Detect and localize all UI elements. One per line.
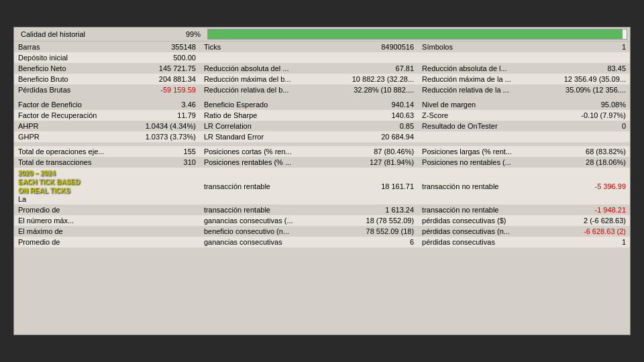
cell-value: 18 161.71: [332, 168, 418, 204]
table-row: AHPR 1.0434 (4.34%) LR Correlation 0.85 …: [14, 121, 630, 131]
cell-label: GHPR: [14, 131, 127, 142]
cell-value: -0.10 (7.97%): [556, 110, 630, 121]
cell-value: 20 684.94: [332, 131, 418, 142]
table-row: Pérdidas Brutas -59 159.59 Reducción rel…: [14, 84, 630, 95]
cell-label: Reducción máxima de la ...: [418, 74, 556, 84]
cell-label: transacción no rentable: [418, 168, 556, 204]
cell-value: -6 628.63 (2): [556, 226, 630, 237]
cell-value: [127, 237, 200, 247]
stats-table: Barras 355148 Ticks 84900516 Símbolos 1 …: [14, 42, 630, 247]
cell-value: 2 (-6 628.63): [556, 215, 630, 226]
cell-value: [127, 226, 200, 237]
cell-label: transacción rentable: [200, 168, 332, 204]
cell-label: Beneficio Neto: [14, 63, 127, 74]
cell-value: 12 356.49 (35.09...: [556, 74, 630, 84]
cell-value: [127, 204, 200, 215]
cell-label: Promedio de: [14, 204, 127, 215]
cell-label: Factor de Beneficio: [14, 99, 127, 110]
cell-label: El número máx...: [14, 215, 127, 226]
cell-label: Beneficio Bruto: [14, 74, 127, 84]
cell-label: LR Standard Error: [200, 131, 332, 142]
cell-label: Beneficio Esperado: [200, 99, 332, 110]
cell-label: LR Correlation: [200, 121, 332, 131]
cell-value: 28 (18.06%): [556, 157, 630, 168]
la-label: La: [18, 195, 26, 203]
table-row: El máximo de beneficio consecutivo (n...…: [14, 226, 630, 237]
cell-label: pérdidas consecutivas (n...: [418, 226, 556, 237]
cell-value: [556, 52, 630, 63]
cell-value: 500.00: [127, 52, 200, 63]
cell-label: pérdidas consecutivas ($): [418, 215, 556, 226]
cell-label: transacción no rentable: [418, 204, 556, 215]
cell-label: Posiciones no rentables (...: [418, 157, 556, 168]
cell-label: Barras: [14, 42, 127, 52]
cell-label: beneficio consecutivo (n...: [200, 226, 332, 237]
table-row: Total de transacciones 310 Posiciones re…: [14, 157, 630, 168]
sharpe-label: Ratio de Sharpe: [200, 110, 332, 121]
cell-value: 1 613.24: [332, 204, 418, 215]
table-row: Factor de Recuperación 11.79 Ratio de Sh…: [14, 110, 630, 121]
cell-label: Depósito inicial: [14, 52, 127, 63]
quality-value: 99%: [131, 30, 205, 38]
cell-value: 155: [127, 146, 200, 157]
sharpe-value: 140.63: [332, 110, 418, 121]
cell-value: -1 948.21: [556, 204, 630, 215]
watermark-stamp: 2020 – 2024 EACH TICK BASED ON REAL TICK…: [18, 169, 123, 195]
table-row: El número máx... ganancias consecutivas …: [14, 215, 630, 226]
quality-progress-fill: [208, 29, 623, 39]
cell-value: 3.46: [127, 99, 200, 110]
cell-value: [127, 168, 200, 204]
cell-value: 11.79: [127, 110, 200, 121]
cell-label: Factor de Recuperación: [14, 110, 127, 121]
cell-label: Posiciones rentables (% ...: [200, 157, 332, 168]
cell-label: Ticks: [200, 42, 332, 52]
cell-value: 310: [127, 157, 200, 168]
cell-value: 6: [332, 237, 418, 247]
cell-label: Símbolos: [418, 42, 556, 52]
cell-value: 204 881.34: [127, 74, 200, 84]
cell-label: ganancias consecutivas: [200, 237, 332, 247]
cell-value: -5 396.99: [556, 168, 630, 204]
cell-value: 0.85: [332, 121, 418, 131]
stamp-cell: 2020 – 2024 EACH TICK BASED ON REAL TICK…: [14, 168, 127, 204]
cell-value: [127, 215, 200, 226]
quality-row: Calidad del historial 99%: [14, 27, 630, 42]
table-row: Total de operaciones eje... 155 Posicion…: [14, 146, 630, 157]
cell-value: 355148: [127, 42, 200, 52]
cell-value: 10 882.23 (32.28...: [332, 74, 418, 84]
report-container: Calidad del historial 99% Barras 355148 …: [13, 27, 631, 335]
cell-label: Promedio de: [14, 237, 127, 247]
cell-value: -59 159.59: [127, 84, 200, 95]
stamp-line3: ON REAL TICKS: [18, 187, 70, 194]
cell-label: Posiciones largas (% rent...: [418, 146, 556, 157]
cell-label: Reducción absoluta de l...: [418, 63, 556, 74]
cell-value: 35.09% (12 356....: [556, 84, 630, 95]
table-row: Beneficio Neto 145 721.75 Reducción abso…: [14, 63, 630, 74]
cell-label: pérdidas consecutivas: [418, 237, 556, 247]
cell-value: 78 552.09 (18): [332, 226, 418, 237]
table-row: GHPR 1.0373 (3.73%) LR Standard Error 20…: [14, 131, 630, 142]
cell-value: 95.08%: [556, 99, 630, 110]
cell-label: Posiciones cortas (% ren...: [200, 146, 332, 157]
cell-label: Reducción máxima del b...: [200, 74, 332, 84]
cell-label: Total de transacciones: [14, 157, 127, 168]
cell-label: transacción rentable: [200, 204, 332, 215]
quality-progress-bar: [207, 29, 627, 40]
cell-label: AHPR: [14, 121, 127, 131]
quality-label: Calidad del historial: [17, 29, 131, 39]
cell-label: ganancias consecutivas (...: [200, 215, 332, 226]
cell-label: Reducción absoluta del ...: [200, 63, 332, 74]
cell-value: 87 (80.46%): [332, 146, 418, 157]
cell-value: 67.81: [332, 63, 418, 74]
table-row: Beneficio Bruto 204 881.34 Reducción máx…: [14, 74, 630, 84]
cell-value: 83.45: [556, 63, 630, 74]
table-row: Factor de Beneficio 3.46 Beneficio Esper…: [14, 99, 630, 110]
table-row: Barras 355148 Ticks 84900516 Símbolos 1: [14, 42, 630, 52]
cell-value: 145 721.75: [127, 63, 200, 74]
cell-label: Resultado de OnTester: [418, 121, 556, 131]
cell-value: 1: [556, 237, 630, 247]
cell-value: 1.0373 (3.73%): [127, 131, 200, 142]
cell-label: [418, 52, 556, 63]
stamp-line1: 2020 – 2024: [18, 170, 56, 177]
cell-label: Total de operaciones eje...: [14, 146, 127, 157]
